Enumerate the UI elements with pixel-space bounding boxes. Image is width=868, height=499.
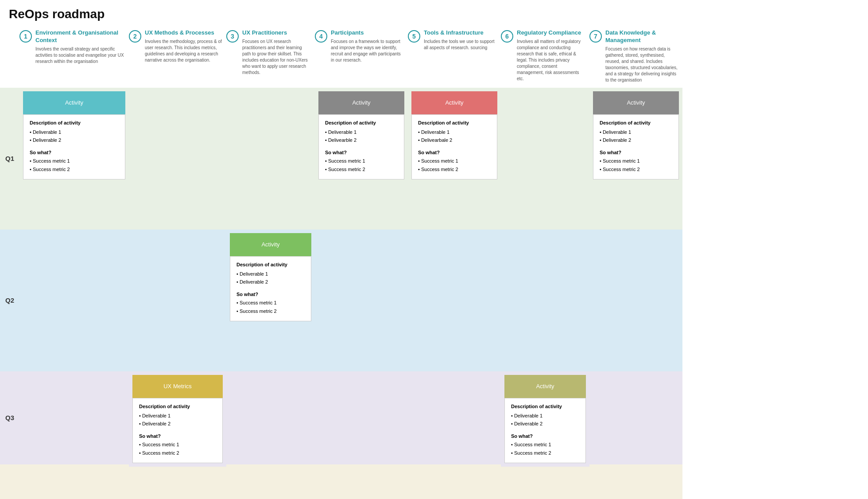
cat-number-7: 7: [589, 30, 602, 43]
cat-desc-1: Involves the overall strategy and specif…: [35, 46, 124, 65]
cat-desc-3: Focuses on UX research practitioners and…: [242, 39, 310, 76]
cat-number-2: 2: [129, 30, 141, 43]
cat-title-5: Tools & Infrastructure: [424, 29, 496, 37]
col1-q3: [19, 371, 129, 464]
category-header-4: 4 Participants Focuses on a framework to…: [315, 25, 408, 88]
col7-q4: [589, 464, 682, 499]
column-7: Activity Description of activity Deliver…: [589, 88, 682, 499]
col7-q2: [589, 230, 682, 371]
col7-q3: [589, 371, 682, 464]
col3-q1: [226, 88, 315, 230]
cat-number-6: 6: [501, 30, 513, 43]
col4-q1: Activity Description of activity Deliver…: [315, 88, 408, 230]
col2-q2: [129, 230, 226, 371]
col2-q4: [129, 467, 226, 499]
col4-q1-activity-card: Description of activity Deliverable 1 De…: [318, 114, 404, 179]
category-header-3: 3 UX Practitioners Focuses on UX researc…: [226, 25, 315, 88]
cat-title-4: Participants: [331, 29, 403, 37]
category-header-6: 6 Regulatory Compliance Involves all mat…: [501, 25, 589, 88]
cat-desc-4: Focuses on a framework to support and im…: [331, 39, 403, 63]
column-5: Activity Description of activity Deliver…: [408, 88, 501, 499]
col1-q1-activity-card: Description of activity Deliverable 1 De…: [23, 114, 125, 179]
col5-q1: Activity Description of activity Deliver…: [408, 88, 501, 230]
column-2: UX Metrics Description of activity Deliv…: [129, 88, 226, 499]
col3-q2: Activity Description of activity Deliver…: [226, 230, 315, 371]
q4-label: Q4: [0, 464, 19, 499]
q3-label: Q3: [0, 371, 19, 464]
cat-desc-6: Involves all matters of regulatory compl…: [517, 39, 585, 82]
col3-q2-activity-card: Description of activity Deliverable 1 De…: [230, 256, 311, 321]
col2-q3-activity-card: Description of activity Deliverable 1 De…: [132, 398, 223, 463]
cat-title-7: Data Knowledge & Management: [605, 29, 678, 44]
quarter-labels: Q1 Q2 Q3 Q4: [0, 88, 19, 499]
col5-q2: [408, 230, 501, 371]
col5-q1-activity-card: Description of activity Deliverable 1 De…: [411, 114, 497, 179]
col1-q2: [19, 230, 129, 371]
col2-q3: UX Metrics Description of activity Deliv…: [129, 371, 226, 467]
col6-q3-activity-card: Description of activity Deliverable 1 De…: [504, 398, 586, 463]
cat-number-3: 3: [226, 30, 239, 43]
col1-q4: [19, 464, 129, 499]
cat-title-6: Regulatory Compliance: [517, 29, 585, 37]
cat-desc-2: Involves the methodology, process & of u…: [145, 39, 222, 63]
page-title: ReOps roadmap: [0, 0, 868, 25]
cat-number-5: 5: [408, 30, 420, 43]
column-6: Activity Description of activity Deliver…: [501, 88, 589, 499]
col6-q2: [501, 230, 589, 371]
category-header-5: 5 Tools & Infrastructure Includes the to…: [408, 25, 501, 88]
category-header-7: 7 Data Knowledge & Management Focuses on…: [589, 25, 682, 88]
cat-title-2: UX Methods & Processes: [145, 29, 222, 37]
col4-q1-activity-title: Activity: [318, 91, 404, 114]
col6-q4: [501, 467, 589, 499]
col7-q1-activity-title: Activity: [593, 91, 679, 114]
col2-q3-activity-title: UX Metrics: [132, 375, 223, 398]
cat-title-1: Environment & Organisational Context: [35, 29, 124, 44]
col5-q1-activity-title: Activity: [411, 91, 497, 114]
column-1: Activity Description of activity Deliver…: [19, 88, 129, 499]
col6-q3-activity-title: Activity: [504, 375, 586, 398]
col4-q4: [315, 464, 408, 499]
q1-label: Q1: [0, 88, 19, 230]
col4-q3: [315, 371, 408, 464]
col5-q4: [408, 464, 501, 499]
category-header-2: 2 UX Methods & Processes Involves the me…: [129, 25, 226, 88]
cat-number-1: 1: [19, 30, 32, 43]
cat-desc-5: Includes the tools we use to support all…: [424, 39, 496, 51]
col5-q3: [408, 371, 501, 464]
column-4: Activity Description of activity Deliver…: [315, 88, 408, 499]
column-3: Activity Description of activity Deliver…: [226, 88, 315, 499]
cat-title-3: UX Practitioners: [242, 29, 310, 37]
cat-desc-7: Focuses on how reserach data is gathered…: [605, 46, 678, 83]
cat-number-4: 4: [315, 30, 327, 43]
col6-q1: [501, 88, 589, 230]
col7-q1-activity-card: Description of activity Deliverable 1 De…: [593, 114, 679, 179]
col3-q2-activity-title: Activity: [230, 233, 311, 256]
col1-q1-activity-title: Activity: [23, 91, 125, 114]
col3-q4: [226, 464, 315, 499]
col4-q2: [315, 230, 408, 371]
col6-q3: Activity Description of activity Deliver…: [501, 371, 589, 467]
col7-q1: Activity Description of activity Deliver…: [589, 88, 682, 230]
col2-q1: [129, 88, 226, 230]
q2-label: Q2: [0, 230, 19, 371]
col3-q3: [226, 371, 315, 464]
category-header-1: 1 Environment & Organisational Context I…: [19, 25, 129, 88]
col1-q1: Activity Description of activity Deliver…: [19, 88, 129, 230]
